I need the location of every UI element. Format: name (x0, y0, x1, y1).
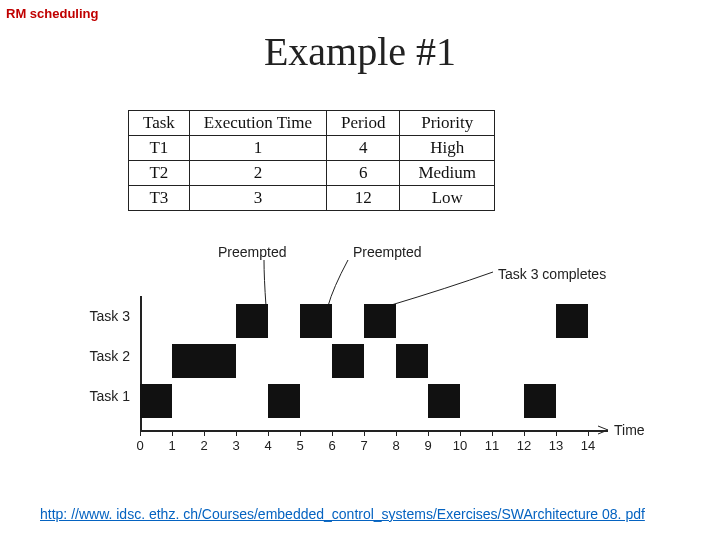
col-period: Period (327, 111, 400, 136)
annot-preempted2: Preempted (353, 244, 421, 260)
bar-task2 (396, 344, 428, 378)
x-tick (140, 430, 141, 436)
row-label-task3: Task 3 (78, 308, 130, 324)
x-tick (172, 430, 173, 436)
x-tick-label: 11 (482, 438, 502, 453)
x-tick (396, 430, 397, 436)
bar-task1 (428, 384, 460, 418)
col-priority: Priority (400, 111, 495, 136)
page-title: Example #1 (0, 28, 720, 75)
x-tick (268, 430, 269, 436)
x-tick (364, 430, 365, 436)
x-axis-label: Time (614, 422, 645, 438)
x-tick-label: 9 (418, 438, 438, 453)
x-tick-label: 12 (514, 438, 534, 453)
table-row: T3 3 12 Low (129, 186, 495, 211)
cell: Medium (400, 161, 495, 186)
x-axis (140, 430, 608, 432)
x-tick-label: 3 (226, 438, 246, 453)
cell: 3 (189, 186, 326, 211)
col-task: Task (129, 111, 190, 136)
cell: 12 (327, 186, 400, 211)
bar-task2 (172, 344, 236, 378)
bar-task1 (268, 384, 300, 418)
bar-task2 (332, 344, 364, 378)
task-table: Task Execution Time Period Priority T1 1… (128, 110, 495, 211)
x-tick-label: 2 (194, 438, 214, 453)
source-link[interactable]: http: //www. idsc. ethz. ch/Courses/embe… (40, 506, 645, 522)
x-tick-label: 4 (258, 438, 278, 453)
x-tick-label: 1 (162, 438, 182, 453)
bar-task3 (300, 304, 332, 338)
bar-task3 (236, 304, 268, 338)
x-tick-label: 8 (386, 438, 406, 453)
bar-task3 (556, 304, 588, 338)
x-tick (300, 430, 301, 436)
table-header-row: Task Execution Time Period Priority (129, 111, 495, 136)
table-row: T1 1 4 High (129, 136, 495, 161)
x-tick-label: 13 (546, 438, 566, 453)
table-row: T2 2 6 Medium (129, 161, 495, 186)
x-tick-label: 7 (354, 438, 374, 453)
x-tick (204, 430, 205, 436)
x-tick (428, 430, 429, 436)
x-tick-label: 0 (130, 438, 150, 453)
x-tick-label: 10 (450, 438, 470, 453)
cell: High (400, 136, 495, 161)
cell: T2 (129, 161, 190, 186)
row-label-task1: Task 1 (78, 388, 130, 404)
cell: T3 (129, 186, 190, 211)
annot-completes: Task 3 completes (498, 266, 606, 282)
cell: 2 (189, 161, 326, 186)
x-tick (524, 430, 525, 436)
bar-task3 (364, 304, 396, 338)
bar-task1 (524, 384, 556, 418)
x-tick-label: 5 (290, 438, 310, 453)
x-tick-label: 14 (578, 438, 598, 453)
bar-task1 (140, 384, 172, 418)
x-tick (556, 430, 557, 436)
x-tick (236, 430, 237, 436)
x-tick (332, 430, 333, 436)
cell: 4 (327, 136, 400, 161)
col-exec: Execution Time (189, 111, 326, 136)
x-tick-label: 6 (322, 438, 342, 453)
row-label-task2: Task 2 (78, 348, 130, 364)
annot-preempted1: Preempted (218, 244, 286, 260)
cell: 6 (327, 161, 400, 186)
x-tick (460, 430, 461, 436)
gantt-chart: Preempted Preempted Task 3 completes Tas… (78, 248, 648, 488)
cell: 1 (189, 136, 326, 161)
cell: Low (400, 186, 495, 211)
x-tick (492, 430, 493, 436)
section-label: RM scheduling (6, 6, 98, 21)
cell: T1 (129, 136, 190, 161)
x-tick (588, 430, 589, 436)
